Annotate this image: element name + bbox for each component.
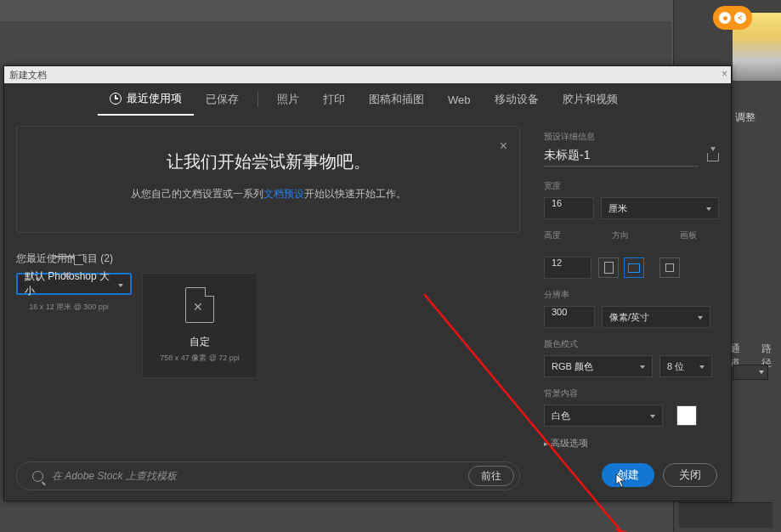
clock-icon bbox=[110, 93, 122, 105]
adjust-tab-label[interactable]: 调整 bbox=[735, 110, 756, 125]
color-mode-select[interactable]: RGB 颜色 bbox=[544, 355, 653, 377]
document-icon: ✕ bbox=[185, 287, 214, 323]
intro-pre: 从您自己的文档设置或一系列 bbox=[131, 188, 263, 200]
background-select[interactable]: 白色 bbox=[544, 405, 663, 427]
background-label: 背景内容 bbox=[544, 388, 719, 399]
category-tabs: 最近使用项 已保存 照片 打印 图稿和插图 Web 移动设备 胶片和视频 bbox=[4, 83, 731, 116]
create-button[interactable]: 创建 bbox=[602, 463, 654, 487]
close-button[interactable]: 关闭 bbox=[663, 463, 717, 487]
tab-recent-label: 最近使用项 bbox=[127, 91, 182, 106]
left-pane: × 让我们开始尝试新事物吧。 从您自己的文档设置或一系列文档预设开始以快速开始工… bbox=[4, 116, 532, 501]
intro-presets-link[interactable]: 文档预设 bbox=[263, 188, 304, 200]
card-meta: 758 x 47 像素 @ 72 ppi bbox=[160, 353, 240, 364]
preset-card-default[interactable]: ✕ 默认 Photoshop 大小 16 x 12 厘米 @ 300 ppi bbox=[16, 273, 132, 295]
tab-mobile[interactable]: 移动设备 bbox=[483, 83, 551, 116]
card-title: 自定 bbox=[190, 335, 210, 349]
preset-details-label: 预设详细信息 bbox=[544, 131, 719, 143]
stock-search-bar[interactable]: 在 Adobe Stock 上查找模板 前往 bbox=[16, 461, 520, 490]
height-input[interactable]: 12 bbox=[544, 257, 591, 279]
artboard-checkbox[interactable] bbox=[659, 258, 680, 278]
width-label: 宽度 bbox=[544, 180, 719, 192]
height-label: 高度 bbox=[544, 229, 590, 241]
new-document-dialog: 新建文档 × 最近使用项 已保存 照片 打印 图稿和插图 Web 移动设备 胶片… bbox=[3, 65, 732, 501]
bg-bottom-panel bbox=[679, 502, 773, 528]
save-preset-icon[interactable] bbox=[707, 153, 719, 161]
resolution-label: 分辨率 bbox=[544, 289, 719, 301]
color-mode-label: 颜色模式 bbox=[544, 338, 719, 350]
preset-details-pane: 预设详细信息 未标题-1 宽度 16 厘米 高度 方向 画板 12 bbox=[532, 116, 731, 501]
orientation-landscape[interactable] bbox=[624, 258, 644, 278]
mascot-badge bbox=[713, 6, 752, 30]
tab-print[interactable]: 打印 bbox=[311, 83, 357, 116]
mascot-eye-dot bbox=[719, 12, 731, 24]
dialog-title: 新建文档 bbox=[9, 69, 47, 82]
bit-depth-select[interactable]: 8 位 bbox=[659, 355, 712, 377]
unit-select[interactable]: 厘米 bbox=[601, 197, 719, 219]
tab-web[interactable]: Web bbox=[436, 83, 483, 116]
intro-box: × 让我们开始尝试新事物吧。 从您自己的文档设置或一系列文档预设开始以快速开始工… bbox=[16, 126, 520, 233]
tab-recent[interactable]: 最近使用项 bbox=[98, 83, 194, 116]
orientation-label: 方向 bbox=[612, 229, 658, 241]
intro-close-icon[interactable]: × bbox=[500, 139, 507, 154]
tab-divider bbox=[258, 92, 258, 107]
resolution-input[interactable]: 300 bbox=[544, 306, 595, 328]
intro-text: 从您自己的文档设置或一系列文档预设开始以快速开始工作。 bbox=[32, 187, 504, 201]
search-placeholder: 在 Adobe Stock 上查找模板 bbox=[52, 469, 177, 484]
bg-dropdown[interactable] bbox=[733, 365, 768, 380]
background-swatch[interactable] bbox=[676, 405, 697, 426]
orientation-group bbox=[598, 258, 644, 278]
resolution-unit-select[interactable]: 像素/英寸 bbox=[602, 306, 710, 328]
recent-cards: ✕ 默认 Photoshop 大小 16 x 12 厘米 @ 300 ppi ✕… bbox=[16, 273, 520, 378]
intro-headline: 让我们开始尝试新事物吧。 bbox=[32, 150, 504, 173]
preset-card-custom[interactable]: ✕ 自定 758 x 47 像素 @ 72 ppi bbox=[142, 273, 258, 378]
mascot-eye-arrow bbox=[734, 12, 746, 24]
app-toolbar bbox=[0, 0, 781, 21]
tab-saved[interactable]: 已保存 bbox=[194, 83, 251, 116]
close-icon[interactable]: × bbox=[722, 68, 727, 80]
document-name-field[interactable]: 未标题-1 bbox=[544, 148, 699, 167]
intro-post: 开始以快速开始工作。 bbox=[304, 188, 406, 200]
tab-art[interactable]: 图稿和插图 bbox=[357, 83, 436, 116]
advanced-options-toggle[interactable]: 高级选项 bbox=[544, 437, 719, 450]
dialog-titlebar: 新建文档 × bbox=[4, 66, 731, 83]
artboard-label: 画板 bbox=[680, 229, 697, 241]
card-meta: 16 x 12 厘米 @ 300 ppi bbox=[29, 302, 109, 313]
tab-film[interactable]: 胶片和视频 bbox=[551, 83, 630, 116]
width-input[interactable]: 16 bbox=[544, 197, 594, 219]
tab-photo[interactable]: 照片 bbox=[265, 83, 311, 116]
go-button[interactable]: 前往 bbox=[468, 466, 514, 486]
orientation-portrait[interactable] bbox=[598, 258, 619, 278]
search-icon bbox=[32, 471, 43, 482]
recent-items-label: 您最近使用的项目 (2) bbox=[16, 252, 520, 266]
document-icon: ✕ bbox=[54, 256, 83, 258]
create-button-label: 创建 bbox=[617, 467, 639, 483]
